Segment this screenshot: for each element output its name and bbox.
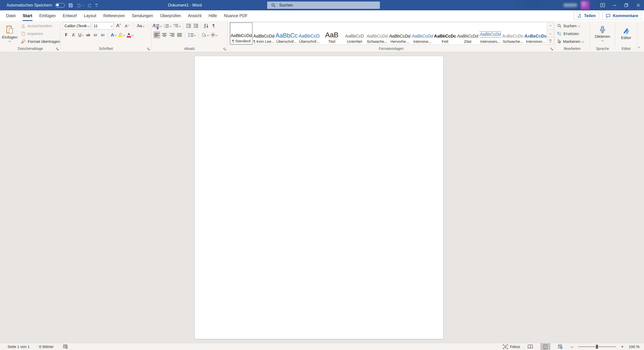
ribbon-tab[interactable]: Nuance PDF <box>220 10 251 21</box>
restore-button[interactable] <box>620 0 632 10</box>
italic-button[interactable]: K <box>70 31 77 39</box>
style-card[interactable]: AaBbCcDc Fett <box>434 22 456 45</box>
style-card[interactable]: AaBbCcDd Intensive... <box>411 22 434 45</box>
style-card[interactable]: AaBbCcDd Intensiver... <box>524 22 547 45</box>
ribbon-tab[interactable]: Start <box>19 10 36 21</box>
styles-scroll-up-button[interactable] <box>547 22 554 30</box>
shrink-font-button[interactable]: A <box>124 22 130 29</box>
style-card[interactable]: AaBbCcDd Intensives... <box>479 22 502 45</box>
shading-button[interactable] <box>201 31 210 39</box>
word-count-status[interactable]: 0 Wörter <box>39 344 54 349</box>
increase-indent-button[interactable] <box>192 22 199 29</box>
close-button[interactable] <box>632 0 644 10</box>
style-card[interactable]: AaB Titel <box>320 22 343 45</box>
align-right-button[interactable] <box>169 31 175 39</box>
zoom-out-button[interactable]: – <box>571 344 573 349</box>
justify-button[interactable] <box>176 31 183 39</box>
font-color-button[interactable]: A <box>126 31 134 39</box>
style-card[interactable]: AaBbCc Überschrif... <box>275 22 298 45</box>
decrease-indent-button[interactable] <box>185 22 192 29</box>
focus-mode-button[interactable]: Fokus <box>503 344 520 349</box>
read-mode-button[interactable] <box>525 343 535 350</box>
styles-more-button[interactable] <box>547 37 554 45</box>
ribbon-tab[interactable]: Entwurf <box>59 10 80 21</box>
grow-font-button[interactable]: A <box>115 22 122 29</box>
minimize-button[interactable] <box>609 0 620 10</box>
collapse-ribbon-button[interactable] <box>638 45 640 50</box>
zoom-slider-thumb[interactable] <box>596 345 598 349</box>
strikethrough-button[interactable]: ab <box>85 31 92 39</box>
page-number-status[interactable]: Seite 1 von 1 <box>8 344 30 349</box>
ribbon-display-options-button[interactable] <box>597 0 609 10</box>
format-painter-button[interactable]: Format übertragen <box>19 38 62 45</box>
ribbon-tab[interactable]: Datei <box>3 10 19 21</box>
cut-button[interactable]: Ausschneiden <box>19 22 62 30</box>
document-page[interactable] <box>194 56 444 339</box>
ribbon-tab[interactable]: Hilfe <box>205 10 220 21</box>
clipboard-dialog-launcher[interactable] <box>56 48 59 51</box>
styles-scroll-down-button[interactable] <box>547 30 554 38</box>
font-dialog-launcher[interactable] <box>147 48 150 51</box>
zoom-level[interactable]: 100 % <box>629 344 639 349</box>
copy-button[interactable]: Kopieren <box>19 30 62 38</box>
styles-dialog-launcher[interactable] <box>550 48 553 51</box>
customize-quick-access-button[interactable] <box>95 4 98 6</box>
find-button[interactable]: Suchen <box>557 22 583 30</box>
style-card[interactable]: AaBbCcD Untertitel <box>343 22 366 45</box>
style-card[interactable]: AaBbCcDd ¶ Kein Lee... <box>253 22 275 45</box>
editor-button[interactable]: Editor <box>619 21 633 46</box>
style-card[interactable]: AaBbCcDd ¶ Standard <box>230 22 253 45</box>
autosave-toggle[interactable] <box>55 3 65 8</box>
undo-button[interactable] <box>76 3 84 8</box>
style-label: Schwache... <box>367 39 387 44</box>
ribbon-tab[interactable]: Sendungen <box>128 10 156 21</box>
font-size-combobox[interactable]: 11 <box>92 22 114 29</box>
style-card[interactable]: AaBbCcDd Zitat <box>456 22 479 45</box>
superscript-button[interactable]: x2 <box>99 31 106 39</box>
redo-button[interactable] <box>87 3 92 8</box>
sort-button[interactable]: A Z <box>203 22 210 29</box>
save-button[interactable] <box>68 3 73 8</box>
bullets-button[interactable] <box>153 22 163 29</box>
underline-button[interactable]: U <box>77 31 84 39</box>
show-formatting-marks-button[interactable]: ¶ <box>210 22 217 29</box>
numbering-icon: 123 <box>164 24 169 28</box>
multilevel-list-button[interactable] <box>172 22 181 29</box>
dictate-button[interactable]: Diktieren <box>593 21 612 46</box>
change-case-button[interactable]: Aa <box>136 22 145 29</box>
paragraph-dialog-launcher[interactable] <box>223 48 226 51</box>
share-button[interactable]: Teilen <box>574 12 599 20</box>
select-button[interactable]: Markieren <box>557 38 583 45</box>
ribbon-tab[interactable]: Referenzen <box>100 10 128 21</box>
numbering-button[interactable]: 123 <box>163 22 172 29</box>
ribbon-tab[interactable]: Einfügen <box>36 10 59 21</box>
web-layout-button[interactable] <box>555 343 566 350</box>
line-spacing-button[interactable] <box>187 31 196 39</box>
subscript-button[interactable]: x2 <box>92 31 99 39</box>
ribbon-tab[interactable]: Überprüfen <box>156 10 184 21</box>
style-card[interactable]: AaBbCcDd Schwache... <box>366 22 388 45</box>
user-avatar[interactable] <box>581 1 590 10</box>
proofing-status-button[interactable] <box>63 344 68 349</box>
print-layout-button[interactable] <box>540 343 550 350</box>
paste-button[interactable]: Einfügen <box>0 21 19 46</box>
style-card[interactable]: AaBbCcDd Hervorhe... <box>388 22 411 45</box>
align-left-button[interactable] <box>153 31 160 39</box>
style-sample: AaBbCcDd <box>367 27 388 39</box>
ribbon-tab[interactable]: Ansicht <box>184 10 205 21</box>
style-card[interactable]: AaBbCcD Überschrif... <box>298 22 320 45</box>
bold-button[interactable]: F <box>63 31 70 39</box>
ribbon-tab[interactable]: Layout <box>80 10 100 21</box>
replace-button[interactable]: bc Ersetzen <box>557 30 583 38</box>
zoom-in-button[interactable]: + <box>621 344 624 349</box>
undo-menu-chevron-icon[interactable] <box>82 4 84 6</box>
style-card[interactable]: AaBbCcDd Schwache... <box>502 22 524 45</box>
borders-button[interactable] <box>210 31 218 39</box>
font-name-combobox[interactable]: Calibri (Textk <box>63 22 91 29</box>
search-box[interactable]: Suchen <box>267 2 380 9</box>
comments-button[interactable]: Kommentare <box>602 12 642 20</box>
text-effects-button[interactable]: A <box>110 31 117 39</box>
highlight-color-button[interactable] <box>117 31 126 39</box>
zoom-slider[interactable] <box>578 346 616 347</box>
align-center-button[interactable] <box>161 31 168 39</box>
